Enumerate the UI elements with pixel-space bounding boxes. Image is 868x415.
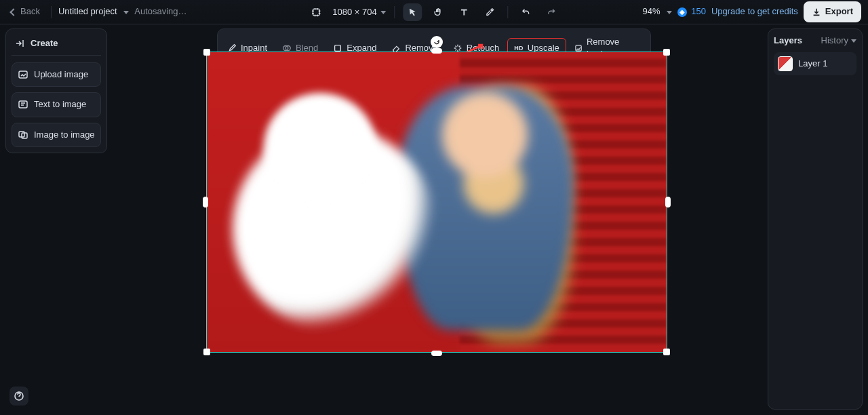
text-tool[interactable] [455,3,474,21]
right-panel-header: Layers History [774,35,856,47]
layer-thumb [778,56,793,71]
credits-value: 150 [691,5,706,18]
text-to-image-icon [18,99,28,110]
image-to-image[interactable]: Image to image [12,123,101,147]
layer-item[interactable]: Layer 1 [774,52,856,75]
image-upload-icon [18,69,28,80]
project-menu[interactable]: Untitled project [58,5,129,18]
back-label: Back [20,5,40,18]
project-name: Untitled project [58,6,117,16]
separator [395,6,395,18]
hand-tool[interactable] [429,3,448,21]
eyedropper-tool[interactable] [481,3,500,21]
image-content [207,52,667,352]
help-button[interactable] [9,387,28,406]
layers-title: Layers [774,35,802,47]
history-toggle[interactable]: History [821,35,856,47]
undo-icon [521,7,531,17]
plus-arrow-icon [14,38,25,49]
upload-image[interactable]: Upload image [12,62,101,87]
rotate-icon [433,38,441,46]
eyedropper-icon [486,7,495,17]
handle-mid-top[interactable] [431,48,442,54]
caret-down-icon [381,11,387,14]
canvas-dimensions[interactable]: 1080 × 704 [332,6,386,18]
zoom-control[interactable]: 94% [643,5,673,18]
pointer-tool[interactable] [403,3,422,21]
help-icon [14,391,24,401]
left-panel: Create Upload image Text to image Image … [5,28,107,153]
rotate-handle[interactable] [431,36,443,48]
caret-down-icon [123,11,129,14]
topbar: Back Untitled project Autosaving… 1080 ×… [0,0,868,24]
top-right: 94% ◆ 150 Upgrade to get credits Export [643,1,861,22]
selected-image[interactable] [206,52,667,353]
redo-button[interactable] [542,3,561,21]
handle-top-left[interactable] [203,49,210,56]
redo-icon [547,7,557,17]
top-left: Back Untitled project Autosaving… [7,3,187,20]
image-to-image-label: Image to image [34,129,95,141]
credits-icon: ◆ [677,7,687,17]
handle-bottom-left[interactable] [203,349,210,355]
svg-rect-2 [19,101,27,108]
hand-icon [434,7,443,17]
credits[interactable]: ◆ 150 [677,5,706,18]
canvas-area[interactable] [114,28,760,410]
handle-mid-bottom[interactable] [431,351,442,356]
caret-down-icon [667,11,672,14]
cursor-icon [408,7,418,17]
upgrade-link[interactable]: Upgrade to get credits [711,5,798,18]
frame-icon [311,7,321,17]
handle-bottom-right[interactable] [663,349,670,355]
zoom-value: 94% [643,6,660,16]
image-shape [262,93,378,208]
undo-button[interactable] [517,3,536,21]
export-button[interactable]: Export [804,1,861,22]
back-button[interactable]: Back [7,3,44,20]
right-panel: Layers History Layer 1 [768,28,863,410]
handle-mid-left[interactable] [203,197,208,208]
separator [508,6,509,18]
canvas-dimensions-value: 1080 × 704 [332,6,376,18]
handle-mid-right[interactable] [665,197,671,208]
layer-name: Layer 1 [798,58,827,70]
svg-rect-0 [313,9,319,16]
chevron-left-icon [9,8,17,16]
create-header: Create [12,35,101,56]
image-to-image-icon [18,130,28,140]
save-status: Autosaving… [134,5,186,18]
export-label: Export [825,5,853,18]
caret-down-icon [851,39,856,43]
text-icon [460,7,469,17]
download-icon [812,7,821,17]
create-label: Create [31,37,58,50]
text-to-image[interactable]: Text to image [12,92,101,117]
separator [51,6,52,18]
top-center: 1080 × 704 [307,0,561,24]
text-to-image-label: Text to image [34,98,86,111]
upload-image-label: Upload image [34,68,88,81]
canvas-size-icon-button[interactable] [307,3,326,21]
handle-top-right[interactable] [663,49,670,56]
history-label: History [821,35,848,47]
